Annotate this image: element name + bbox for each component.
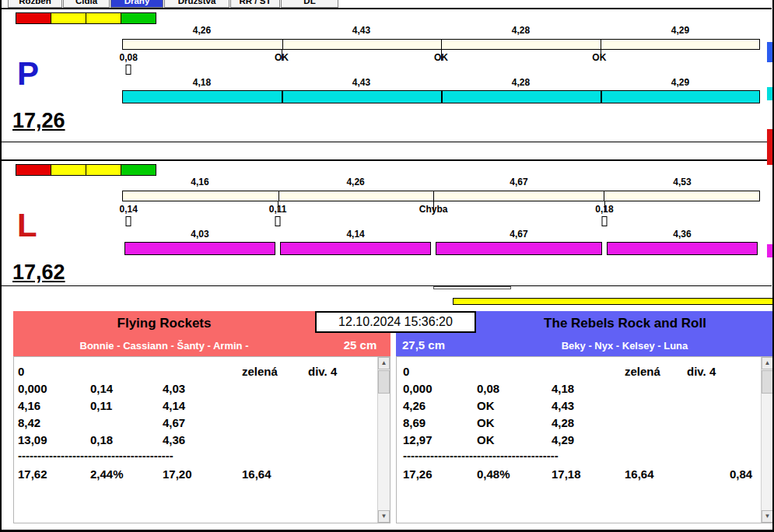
tab-bar: RozběhČidlaDráhyDružstvaRR / STDL bbox=[2, 0, 772, 8]
scroll-thumb[interactable] bbox=[762, 370, 773, 394]
start-marker-box bbox=[275, 216, 281, 226]
change-mark: 0,14 bbox=[120, 204, 138, 215]
change-mark: OK bbox=[592, 52, 606, 63]
screen-edge-artifact bbox=[767, 244, 772, 257]
scroll-down-button[interactable]: ▼ bbox=[762, 510, 773, 523]
split-time: 4,16 bbox=[191, 177, 208, 187]
status-light bbox=[16, 164, 51, 176]
result-cell: 4,03 bbox=[163, 382, 185, 395]
change-marks-row: 0,140,11Chyba0,18 bbox=[122, 204, 760, 215]
segment-tick bbox=[433, 201, 434, 212]
tab-dr-hy[interactable]: Dráhy bbox=[110, 0, 163, 8]
tab-dl[interactable]: DL bbox=[281, 0, 338, 8]
separator-dashes: ---------------------------------------- bbox=[403, 449, 559, 462]
result-cell: 0,08 bbox=[477, 382, 499, 395]
lane-panel-l: L 4,164,264,674,53 0,140,11Chyba0,18 4,0… bbox=[2, 159, 772, 286]
status-light bbox=[86, 12, 121, 24]
split-time: 4,43 bbox=[352, 25, 370, 36]
tab-dru-stva[interactable]: Družstva bbox=[164, 0, 229, 8]
status-light bbox=[16, 12, 51, 24]
time-bar bbox=[122, 90, 760, 103]
dog-time: 4,43 bbox=[352, 77, 370, 88]
time-bar-segment bbox=[124, 242, 275, 255]
scrollbar[interactable]: ▲ ▼ bbox=[377, 357, 390, 523]
dog-time: 4,14 bbox=[346, 229, 364, 240]
result-cell: 4,14 bbox=[163, 399, 185, 412]
segment-tick bbox=[601, 50, 601, 61]
result-cell: 0,14 bbox=[90, 382, 113, 395]
lane-total-time: 17,26 bbox=[12, 109, 65, 133]
jump-height: 27,5 cm bbox=[402, 338, 445, 352]
team-members: Beky - Nyx - Kelsey - Luna bbox=[482, 340, 768, 352]
dog-time: 4,03 bbox=[191, 229, 208, 240]
results-table: ▲ ▼ 0zelenádiv. 40,0000,144,034,160,114,… bbox=[13, 356, 391, 523]
lane-letter-p: P bbox=[17, 58, 39, 90]
time-bar-segment bbox=[436, 242, 602, 255]
progress-indicator-small bbox=[433, 286, 511, 289]
progress-indicator-yellow bbox=[453, 298, 774, 305]
status-light bbox=[51, 164, 86, 176]
total-cell: 17,62 bbox=[18, 467, 47, 481]
segment-tick bbox=[278, 201, 278, 212]
split-time: 4,53 bbox=[673, 177, 691, 187]
status-light bbox=[86, 164, 121, 176]
total-cell: 0,48% bbox=[477, 467, 510, 481]
split-time: 4,26 bbox=[193, 25, 211, 36]
scale-bar bbox=[122, 39, 760, 50]
lane-total-time: 17,62 bbox=[12, 261, 65, 285]
result-cell: 4,18 bbox=[552, 382, 574, 395]
split-time: 4,29 bbox=[671, 25, 689, 36]
team-members: Bonnie - Cassiann - Šanty - Armin - bbox=[13, 340, 315, 352]
result-cell: OK bbox=[477, 433, 495, 446]
start-markers-row bbox=[122, 65, 760, 75]
result-cell: 0 bbox=[403, 365, 409, 378]
total-cell: 16,64 bbox=[242, 467, 271, 481]
time-bar-segment bbox=[280, 242, 431, 255]
tab-rozb-h[interactable]: Rozběh bbox=[8, 0, 62, 8]
dog-time: 4,28 bbox=[512, 77, 530, 88]
total-cell: 17,20 bbox=[163, 467, 192, 481]
separator-dashes: ---------------------------------------- bbox=[18, 449, 173, 462]
result-cell: 4,16 bbox=[18, 399, 40, 412]
dog-times-row: 4,184,434,284,29 bbox=[122, 77, 760, 88]
time-bar bbox=[122, 242, 760, 255]
tab--idla[interactable]: Čidla bbox=[63, 0, 110, 8]
segment-tick bbox=[282, 50, 282, 61]
result-cell: 4,26 bbox=[403, 399, 426, 412]
result-cell: 13,09 bbox=[18, 433, 47, 446]
result-cell: 0,000 bbox=[403, 382, 433, 395]
dog-time: 4,18 bbox=[193, 77, 211, 88]
screen-edge-artifact bbox=[767, 129, 772, 165]
result-cell: 0,000 bbox=[18, 382, 47, 395]
start-marker-box bbox=[126, 216, 131, 226]
team-subheader: 27,5 cm Beky - Nyx - Kelsey - Luna bbox=[396, 335, 774, 356]
dog-time: 4,67 bbox=[510, 229, 527, 240]
dog-times-row: 4,034,144,674,36 bbox=[122, 229, 760, 240]
time-bar-segment bbox=[607, 242, 758, 255]
result-cell: 0 bbox=[18, 365, 24, 378]
status-light bbox=[51, 12, 86, 24]
result-cell: 0,11 bbox=[90, 399, 112, 412]
scroll-up-button[interactable]: ▲ bbox=[762, 357, 773, 369]
result-cell: 12,97 bbox=[403, 433, 433, 446]
dog-time: 4,29 bbox=[671, 77, 689, 88]
scroll-thumb[interactable] bbox=[378, 370, 390, 394]
result-cell: 8,42 bbox=[18, 416, 40, 429]
split-time: 4,67 bbox=[510, 177, 527, 187]
split-times-row: 4,164,264,674,53 bbox=[122, 177, 760, 187]
team-name: The Rebels Rock and Roll bbox=[476, 316, 774, 331]
scroll-down-button[interactable]: ▼ bbox=[378, 510, 390, 523]
start-marker-box bbox=[601, 216, 607, 226]
scrollbar[interactable]: ▲ ▼ bbox=[761, 357, 773, 523]
segment-tick bbox=[604, 201, 605, 212]
result-cell: 4,28 bbox=[552, 416, 574, 429]
lane-letter-l: L bbox=[17, 209, 37, 242]
tab-rr-st[interactable]: RR / ST bbox=[230, 0, 280, 8]
start-markers-row bbox=[122, 216, 760, 226]
result-cell: 4,67 bbox=[163, 416, 185, 429]
scroll-up-button[interactable]: ▲ bbox=[378, 357, 390, 369]
team-subheader: Bonnie - Cassiann - Šanty - Armin - 25 c… bbox=[13, 335, 391, 356]
team-panel-right: The Rebels Rock and Roll 27,5 cm Beky - … bbox=[396, 311, 774, 523]
result-cell: zelená bbox=[625, 365, 660, 378]
results-table: ▲ ▼ 0zelenádiv. 40,0000,084,184,26OK4,43… bbox=[396, 356, 774, 523]
